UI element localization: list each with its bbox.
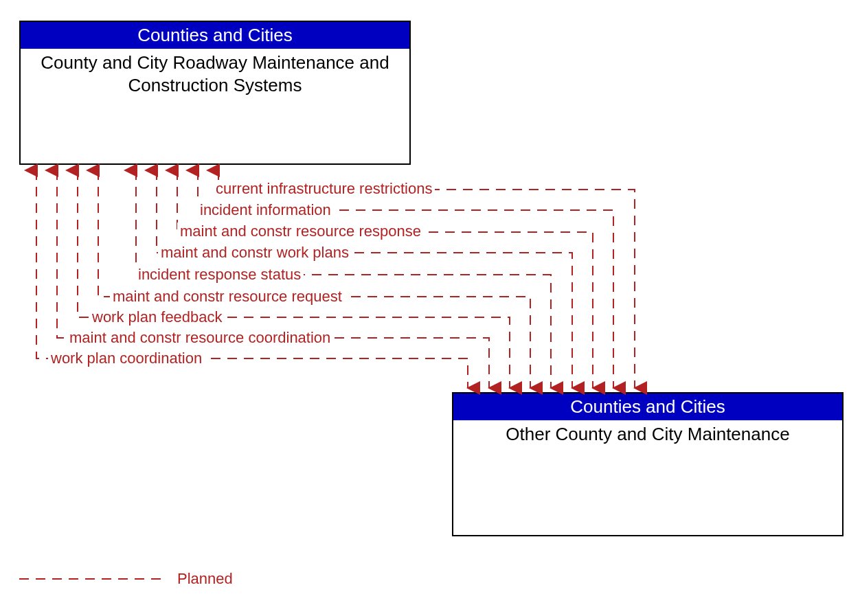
flow-label-6: maint and constr resource request — [110, 288, 345, 306]
flow-label-8: maint and constr resource coordination — [67, 329, 333, 347]
entity-box-1: Counties and Cities County and City Road… — [19, 21, 411, 165]
flow-label-5: incident response status — [135, 266, 304, 284]
entity-box-2-body: Other County and City Maintenance — [453, 420, 842, 448]
flow-label-7: work plan feedback — [89, 308, 225, 326]
flow-label-4: maint and constr work plans — [158, 244, 352, 262]
entity-box-1-header: Counties and Cities — [21, 22, 409, 49]
entity-box-2: Counties and Cities Other County and Cit… — [452, 392, 844, 536]
flow-label-3: maint and constr resource response — [177, 223, 424, 240]
entity-box-1-body: County and City Roadway Maintenance and … — [21, 49, 409, 99]
entity-box-2-header: Counties and Cities — [453, 393, 842, 420]
flow-label-2: incident information — [197, 201, 334, 219]
flow-label-9: work plan coordination — [48, 350, 205, 367]
legend-planned-label: Planned — [177, 570, 233, 588]
flow-label-1: current infrastructure restrictions — [213, 180, 435, 198]
